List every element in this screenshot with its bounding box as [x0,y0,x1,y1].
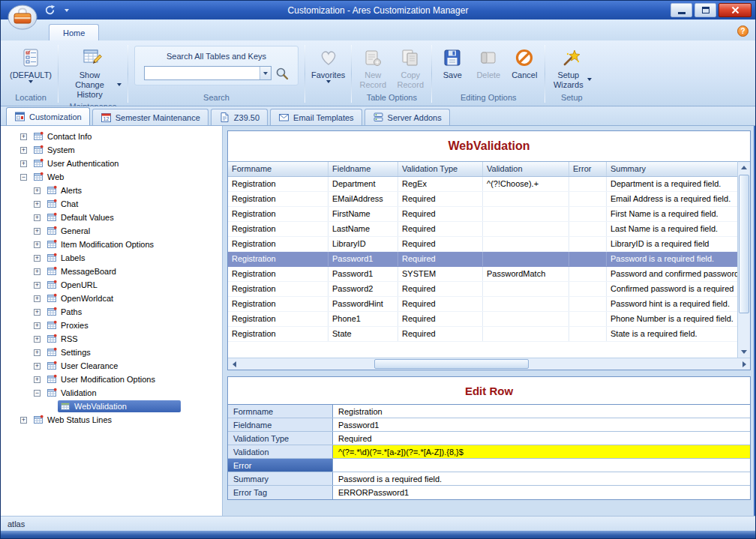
scroll-up-icon[interactable] [738,162,750,173]
tree-item-settings[interactable]: +Settings [1,346,222,359]
edit-field-label[interactable]: Formname [228,405,333,418]
new-record-button[interactable]: New Record [355,45,391,91]
tab-home[interactable]: Home [49,24,99,40]
edit-field-value[interactable]: Password1 [333,418,750,431]
edit-field-value[interactable] [333,459,750,472]
tree-item-chat[interactable]: +Chat [1,197,222,211]
edit-field-label[interactable]: Error [228,459,333,472]
table-row[interactable]: RegistrationLibraryIDRequiredLibraryID i… [228,237,737,252]
tree-item-labels[interactable]: +Labels [1,251,222,265]
column-header-error[interactable]: Error [569,162,607,176]
scroll-down-icon[interactable] [738,346,750,358]
cancel-button[interactable]: Cancel [507,45,542,82]
sync-icon[interactable] [44,4,56,16]
table-row[interactable]: RegistrationPasswordHintRequiredPassword… [228,297,737,312]
search-magnifier-icon[interactable] [275,67,289,80]
delete-button[interactable]: Delete [471,45,506,82]
expand-icon[interactable]: + [34,349,40,356]
application-icon[interactable] [8,4,38,30]
expand-icon[interactable]: + [34,241,40,248]
column-header-fieldname[interactable]: Fieldname [328,162,398,176]
column-header-validation[interactable]: Validation [483,162,569,176]
tab-z39-50[interactable]: Z39.50 [211,109,268,125]
vertical-scrollbar[interactable] [737,161,750,358]
column-header-validation-type[interactable]: Validation Type [398,162,483,176]
search-input[interactable] [144,66,272,80]
quick-access-dropdown-icon[interactable] [64,9,69,12]
tab-server-addons[interactable]: Server Addons [364,109,450,125]
scroll-left-icon[interactable] [228,358,240,370]
tree-item-user-authentication[interactable]: +User Authentication [1,157,222,170]
setup-wizards-button[interactable]: Setup Wizards [548,45,595,91]
expand-icon[interactable]: + [34,214,40,221]
expand-icon[interactable]: + [34,295,40,302]
tree-item-general[interactable]: +General [1,224,222,238]
collapse-icon[interactable]: − [34,390,40,397]
edit-field-label[interactable]: Fieldname [228,418,333,431]
tree-item-web-status-lines[interactable]: +Web Status Lines [1,413,222,427]
tree-item-user-clearance[interactable]: +User Clearance [1,359,222,373]
favorites-button[interactable]: Favorites [308,45,348,85]
tree-item-openurl[interactable]: +OpenURL [1,278,222,292]
tree-item-paths[interactable]: +Paths [1,305,222,319]
edit-field-value[interactable]: Password is a required field. [333,472,750,485]
vertical-scroll-thumb[interactable] [739,175,749,313]
table-row[interactable]: RegistrationPassword2RequiredConfirmed p… [228,282,737,297]
horizontal-scrollbar[interactable] [228,358,750,370]
expand-icon[interactable]: + [34,228,40,235]
column-header-summary[interactable]: Summary [607,162,737,176]
tree-item-webvalidation[interactable]: WebValidation [1,400,222,413]
maximize-button[interactable] [694,3,716,17]
expand-icon[interactable]: + [20,147,27,154]
tree-item-openworldcat[interactable]: +OpenWorldcat [1,292,222,305]
edit-field-value[interactable]: ^(?=.*\d)(?=.*[a-z])(?=.*[A-Z]).{8,}$ [333,445,750,458]
edit-field-value[interactable]: Required [333,432,750,445]
expand-icon[interactable]: + [34,201,40,208]
tree-item-messageboard[interactable]: +MessageBoard [1,265,222,278]
edit-field-label[interactable]: Validation [228,445,333,458]
tree-item-rss[interactable]: +RSS [1,332,222,346]
expand-icon[interactable]: + [34,309,40,316]
expand-icon[interactable]: + [34,376,40,383]
expand-icon[interactable]: + [20,417,27,424]
close-button[interactable] [718,3,752,17]
table-row[interactable]: RegistrationPhone1RequiredPhone Number i… [228,312,737,327]
copy-record-button[interactable]: Copy Record [392,45,428,91]
search-combo-dropdown-icon[interactable] [260,67,271,79]
edit-field-label[interactable]: Summary [228,472,333,485]
tab-customization[interactable]: Customization [6,107,90,125]
save-button[interactable]: Save [435,45,470,82]
expand-icon[interactable]: + [34,336,40,343]
tree-item-web[interactable]: −Web [1,170,222,184]
collapse-icon[interactable]: − [20,174,27,181]
tree-item-system[interactable]: +System [1,143,222,157]
expand-icon[interactable]: + [34,187,40,194]
column-header-formname[interactable]: Formname [228,162,328,176]
expand-icon[interactable]: + [34,282,40,289]
expand-icon[interactable]: + [20,160,27,167]
edit-field-label[interactable]: Validation Type [228,432,333,445]
default-location-button[interactable]: (DEFAULT) [7,45,55,85]
table-row[interactable]: RegistrationStateRequiredState is a requ… [228,327,737,342]
edit-field-value[interactable]: ERRORPassword1 [333,486,750,499]
minimize-button[interactable] [670,3,692,17]
tree-item-user-modification-options[interactable]: +User Modification Options [1,373,222,386]
tree-item-item-modification-options[interactable]: +Item Modification Options [1,238,222,251]
expand-icon[interactable]: + [34,255,40,262]
expand-icon[interactable]: + [34,322,40,329]
tree-item-alerts[interactable]: +Alerts [1,184,222,197]
expand-icon[interactable]: + [20,133,27,140]
table-row[interactable]: RegistrationPassword1RequiredPassword is… [228,252,737,267]
horizontal-scroll-thumb[interactable] [374,359,529,369]
table-row[interactable]: RegistrationFirstNameRequiredFirst Name … [228,207,737,222]
table-row[interactable]: RegistrationLastNameRequiredLast Name is… [228,222,737,237]
edit-field-label[interactable]: Error Tag [228,486,333,499]
table-row[interactable]: RegistrationDepartmentRegEx^(?!Choose).+… [228,177,737,192]
scroll-right-icon[interactable] [738,358,750,370]
expand-icon[interactable]: + [34,268,40,275]
tab-semester-maintenance[interactable]: 12Semester Maintenance [92,109,208,125]
table-row[interactable]: RegistrationEMailAddressRequiredEmail Ad… [228,192,737,207]
edit-field-value[interactable]: Registration [333,405,750,418]
tree-item-proxies[interactable]: +Proxies [1,319,222,332]
show-change-history-button[interactable]: Show Change History [62,45,124,102]
